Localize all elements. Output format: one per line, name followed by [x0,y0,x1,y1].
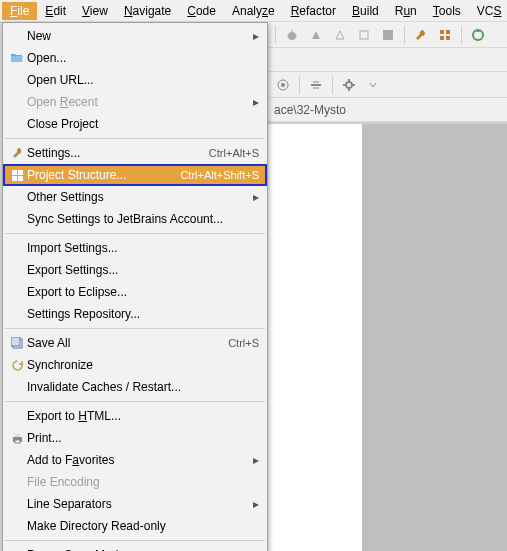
toolbar-separator [461,26,462,44]
svg-rect-7 [446,30,450,34]
menu-other-settings[interactable]: Other Settings ▸ [3,186,267,208]
menu-file-encoding[interactable]: File Encoding [3,471,267,493]
menu-import-settings[interactable]: Import Settings... [3,237,267,259]
svg-rect-24 [18,176,23,181]
bug-icon[interactable] [281,24,303,46]
svg-rect-9 [446,36,450,40]
svg-rect-26 [11,337,20,346]
menubar-edit[interactable]: Edit [37,2,74,20]
toolbar-row-2 [268,48,507,72]
menu-label: Import Settings... [27,241,259,255]
toolbar-separator [275,26,276,44]
menubar-view[interactable]: View [74,2,116,20]
menu-label: Export Settings... [27,263,259,277]
menubar-refactor[interactable]: Refactor [283,2,344,20]
menubar: File Edit View Navigate Code Analyze Ref… [0,0,507,22]
menubar-analyze[interactable]: Analyze [224,2,283,20]
path-text: ace\32-Mysto [274,103,346,117]
menu-export-eclipse[interactable]: Export to Eclipse... [3,281,267,303]
menu-invalidate-caches[interactable]: Invalidate Caches / Restart... [3,376,267,398]
menu-label: File Encoding [27,475,259,489]
stop-icon[interactable] [377,24,399,46]
menu-line-separators[interactable]: Line Separators ▸ [3,493,267,515]
menu-label: Make Directory Read-only [27,519,259,533]
menu-save-all[interactable]: Save All Ctrl+S [3,332,267,354]
chevron-right-icon: ▸ [249,29,259,43]
menu-separator [5,401,265,402]
chevron-right-icon: ▸ [249,95,259,109]
gear-icon[interactable] [338,74,360,96]
wrench-icon[interactable] [410,24,432,46]
menubar-code[interactable]: Code [179,2,224,20]
project-structure-icon [7,169,27,182]
menu-label: New [27,29,249,43]
menu-separator [5,233,265,234]
menu-export-settings[interactable]: Export Settings... [3,259,267,281]
menubar-tools[interactable]: Tools [425,2,469,20]
menubar-run[interactable]: Run [387,2,425,20]
menu-separator [5,138,265,139]
menu-new[interactable]: New ▸ [3,25,267,47]
toolbar-area: ace\32-Mysto [268,22,507,122]
menu-label: Invalidate Caches / Restart... [27,380,259,394]
clean-alt-icon[interactable] [329,24,351,46]
menu-label: Other Settings [27,190,249,204]
menubar-vcs[interactable]: VCS [469,2,507,20]
menu-shortcut: Ctrl+Alt+S [209,147,259,159]
print-icon [7,432,27,445]
menu-label: Synchronize [27,358,259,372]
menubar-build[interactable]: Build [344,2,387,20]
svg-rect-23 [12,176,17,181]
menu-separator [5,328,265,329]
menu-open[interactable]: Open... [3,47,267,69]
toolbar-row-1 [268,22,507,48]
menu-label: Export to Eclipse... [27,285,259,299]
attach-icon[interactable] [353,24,375,46]
menu-label: Sync Settings to JetBrains Account... [27,212,259,226]
chevron-right-icon: ▸ [249,453,259,467]
menu-close-project[interactable]: Close Project [3,113,267,135]
menu-add-favorites[interactable]: Add to Favorites ▸ [3,449,267,471]
menu-synchronize[interactable]: Synchronize [3,354,267,376]
menu-label: Save All [27,336,218,350]
menubar-navigate[interactable]: Navigate [116,2,179,20]
menu-make-readonly[interactable]: Make Directory Read-only [3,515,267,537]
svg-point-12 [281,83,285,87]
menu-label: Settings Repository... [27,307,259,321]
chevron-down-icon[interactable] [362,74,384,96]
menu-label: Close Project [27,117,259,131]
divider-horiz-icon[interactable] [305,74,327,96]
sync-gradle-icon[interactable] [467,24,489,46]
menubar-file[interactable]: File [2,2,37,20]
menu-label: Open... [27,51,259,65]
target-icon[interactable] [272,74,294,96]
menu-power-save[interactable]: Power Save Mode [3,544,267,551]
menu-label: Open Recent [27,95,249,109]
svg-rect-4 [360,31,368,39]
menu-export-html[interactable]: Export to HTML... [3,405,267,427]
menu-label: Line Separators [27,497,249,511]
menu-project-structure[interactable]: Project Structure... Ctrl+Alt+Shift+S [3,164,267,186]
menu-settings-repository[interactable]: Settings Repository... [3,303,267,325]
menu-label: Print... [27,431,259,445]
menu-open-url[interactable]: Open URL... [3,69,267,91]
menu-open-recent[interactable]: Open Recent ▸ [3,91,267,113]
menu-shortcut: Ctrl+S [228,337,259,349]
svg-point-16 [346,82,352,88]
breadcrumb-path: ace\32-Mysto [268,98,507,122]
chevron-right-icon: ▸ [249,190,259,204]
menu-print[interactable]: Print... [3,427,267,449]
project-icon[interactable] [434,24,456,46]
svg-rect-22 [18,170,23,175]
toolbar-separator [404,26,405,44]
svg-rect-29 [15,440,20,443]
clean-icon[interactable] [305,24,327,46]
menu-settings[interactable]: Settings... Ctrl+Alt+S [3,142,267,164]
menu-sync-jetbrains[interactable]: Sync Settings to JetBrains Account... [3,208,267,230]
svg-rect-28 [15,434,20,437]
svg-rect-5 [383,30,393,40]
toolbar-separator [332,76,333,94]
svg-point-0 [288,32,296,40]
toolbar-separator [299,76,300,94]
file-menu-dropdown: New ▸ Open... Open URL... Open Recent ▸ … [2,22,268,551]
